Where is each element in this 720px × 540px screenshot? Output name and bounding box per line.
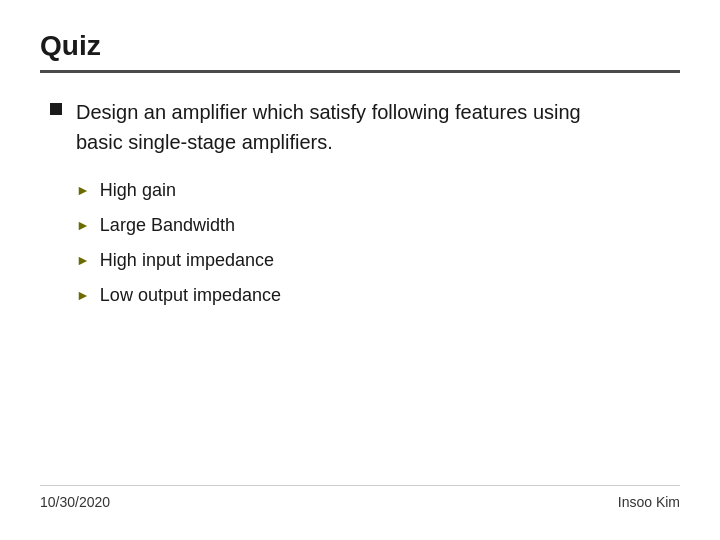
list-item-text: High gain — [100, 177, 176, 204]
footer-author: Insoo Kim — [618, 494, 680, 510]
slide-content: Design an amplifier which satisfy follow… — [40, 97, 680, 485]
main-point: Design an amplifier which satisfy follow… — [50, 97, 680, 157]
bullet-square-icon — [50, 103, 62, 115]
list-item: ► Large Bandwidth — [76, 212, 680, 239]
footer-date: 10/30/2020 — [40, 494, 110, 510]
list-item-text: High input impedance — [100, 247, 274, 274]
sub-list: ► High gain ► Large Bandwidth ► High inp… — [76, 177, 680, 309]
list-item: ► High input impedance — [76, 247, 680, 274]
list-item: ► Low output impedance — [76, 282, 680, 309]
list-item-text: Large Bandwidth — [100, 212, 235, 239]
main-point-text: Design an amplifier which satisfy follow… — [76, 97, 581, 157]
slide-footer: 10/30/2020 Insoo Kim — [40, 485, 680, 510]
list-item: ► High gain — [76, 177, 680, 204]
arrow-icon: ► — [76, 180, 90, 201]
slide-title: Quiz — [40, 30, 101, 61]
list-item-text: Low output impedance — [100, 282, 281, 309]
title-bar: Quiz — [40, 30, 680, 73]
slide: Quiz Design an amplifier which satisfy f… — [0, 0, 720, 540]
arrow-icon: ► — [76, 215, 90, 236]
arrow-icon: ► — [76, 250, 90, 271]
arrow-icon: ► — [76, 285, 90, 306]
